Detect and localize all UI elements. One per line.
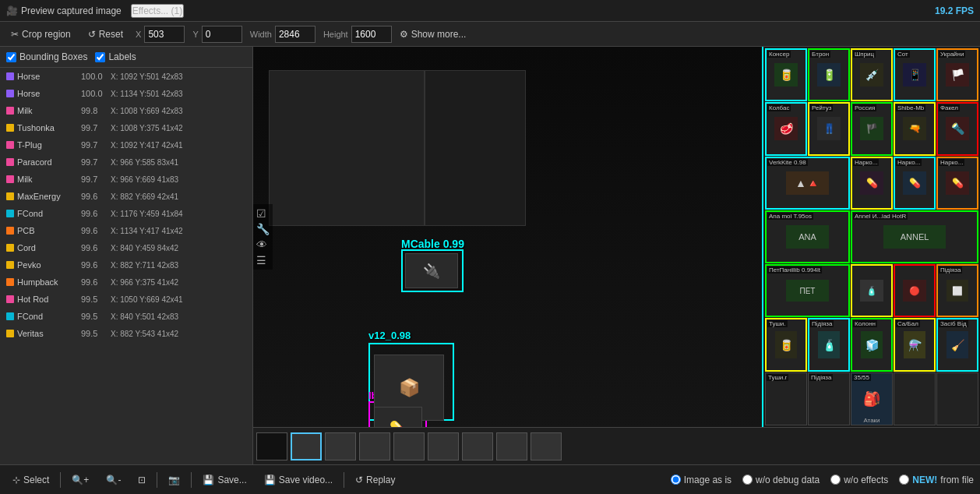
left-icon-bar: ☑ 🔧 👁 ☰ xyxy=(253,204,273,270)
labels-checkbox-label[interactable]: Labels xyxy=(95,51,136,62)
inv-cell: Сот 📱 xyxy=(894,48,936,101)
radio-no-debug[interactable] xyxy=(742,475,753,485)
detection-confidence: 99.6 xyxy=(81,192,108,201)
list-item[interactable]: Hot Rod99.5X: 1050 Y:669 42x41 xyxy=(0,291,252,308)
radio-image-label[interactable]: Image as is xyxy=(671,475,731,485)
inventory-overlay: Консер 🥫 Бтрон 🔋 Шприц 💉 Сот 📱 Украйни xyxy=(762,47,980,427)
list-item[interactable]: FCond99.6X: 1176 Y:459 41x84 xyxy=(0,205,252,222)
detection-confidence: 99.6 xyxy=(81,277,108,287)
save-button[interactable]: 💾 Save... xyxy=(196,471,252,489)
detection-name: Hot Rod xyxy=(17,295,78,304)
bounding-boxes-checkbox-label[interactable]: Bounding Boxes xyxy=(6,51,87,62)
radio-no-debug-text: w/o debug data xyxy=(756,475,820,485)
zoom-in-button[interactable]: 🔍+ xyxy=(65,471,95,489)
gear-icon: ⚙ xyxy=(400,29,408,40)
height-input[interactable] xyxy=(351,26,392,43)
detection-coords: X: 1134 Y:501 42x83 xyxy=(111,90,183,98)
list-item[interactable]: Veritas99.5X: 882 Y:543 41x42 xyxy=(0,325,252,342)
detection-coords: X: 882 Y:543 41x42 xyxy=(111,330,178,338)
detection-color-dot xyxy=(6,175,14,183)
show-more-button[interactable]: ⚙ Show more... xyxy=(400,29,467,40)
crop-region-button[interactable]: ✂ Crop region xyxy=(6,27,76,41)
radio-from-file[interactable] xyxy=(899,475,909,485)
list-item[interactable]: Milk99.7X: 966 Y:669 41x83 xyxy=(0,171,252,188)
detection-color-dot xyxy=(6,158,14,166)
strip-thumb-4[interactable] xyxy=(359,432,390,460)
list-item[interactable]: Milk99.8X: 1008 Y:669 42x83 xyxy=(0,102,252,119)
select-button[interactable]: ⊹ Select xyxy=(6,471,55,489)
strip-thumb-9[interactable] xyxy=(531,432,562,460)
list-item[interactable]: Horse100.0X: 1134 Y:501 42x83 xyxy=(0,85,252,102)
labels-checkbox[interactable] xyxy=(95,52,105,62)
list-item[interactable]: T-Plug99.7X: 1092 Y:417 42x41 xyxy=(0,136,252,153)
list-item[interactable]: Tushonka99.7X: 1008 Y:375 41x42 xyxy=(0,119,252,136)
reset-button[interactable]: ↺ Reset xyxy=(83,27,128,41)
inv-cell xyxy=(936,372,978,425)
strip-thumb-8[interactable] xyxy=(496,432,527,460)
y-input[interactable] xyxy=(202,26,242,43)
replay-button[interactable]: ↺ Replay xyxy=(349,471,401,489)
eye-icon[interactable]: 👁 xyxy=(256,238,270,251)
effects-button[interactable]: Effects... (1) xyxy=(131,4,184,18)
replay-icon: ↺ xyxy=(355,475,363,485)
checkbox-icon[interactable]: ☑ xyxy=(256,207,270,220)
radio-no-effects[interactable] xyxy=(830,475,841,485)
save-video-button[interactable]: 💾 Save video... xyxy=(258,471,339,489)
radio-from-file-label[interactable]: NEW! from file xyxy=(899,475,974,485)
radio-no-debug-label[interactable]: w/o debug data xyxy=(742,475,820,485)
bounding-boxes-checkbox[interactable] xyxy=(6,52,16,62)
inv-cell: Колбас 🥩 xyxy=(765,102,807,155)
image-strip xyxy=(253,427,980,464)
detection-color-dot xyxy=(6,278,14,286)
inv-cell-wide: ПетПанillib 0.994lt ПЕТ xyxy=(765,264,850,317)
reset-icon: ↺ xyxy=(88,29,96,40)
detection-color-dot xyxy=(6,141,14,149)
inv-cell: Туши.г xyxy=(765,372,807,425)
inv-cell-wide: Ana mol T.95os ANA xyxy=(765,210,850,263)
list-item[interactable]: Humpback99.6X: 966 Y:375 41x42 xyxy=(0,273,252,291)
zoom-out-button[interactable]: 🔍- xyxy=(100,471,127,489)
strip-thumb-6[interactable] xyxy=(428,432,459,460)
list-item[interactable]: Horse100.0X: 1092 Y:501 42x83 xyxy=(0,68,252,85)
strip-thumb-3[interactable] xyxy=(325,432,356,460)
detection-name: Milk xyxy=(17,175,78,184)
detection-color-dot xyxy=(6,295,14,303)
width-input[interactable] xyxy=(275,26,316,43)
list-item[interactable]: Cord99.6X: 840 Y:459 84x42 xyxy=(0,239,252,256)
detection-coords: X: 966 Y:585 83x41 xyxy=(111,158,178,167)
list-item[interactable]: FCond99.5X: 840 Y:501 42x83 xyxy=(0,308,252,325)
wrench-icon[interactable]: 🔧 xyxy=(256,223,270,235)
zoom-fit-button[interactable]: ⊡ xyxy=(132,471,152,489)
detection-name: T-Plug xyxy=(17,140,78,150)
save-icon: 💾 xyxy=(203,475,214,485)
detection-coords: X: 1050 Y:669 42x41 xyxy=(111,295,183,304)
strip-thumb-7[interactable] xyxy=(462,432,493,460)
inv-cell: Підiяза xyxy=(808,372,850,425)
list-item[interactable]: MaxEnergy99.6X: 882 Y:669 42x41 xyxy=(0,188,252,205)
strip-thumb-1[interactable] xyxy=(256,432,287,460)
detection-coords: X: 1092 Y:417 42x41 xyxy=(111,141,183,150)
show-more-label: Show more... xyxy=(411,29,467,40)
crop-region-label: Crop region xyxy=(22,29,71,40)
detection-name: FCond xyxy=(17,312,78,321)
list-item[interactable]: Paracord99.7X: 966 Y:585 83x41 xyxy=(0,153,252,171)
radio-image[interactable] xyxy=(671,475,681,485)
x-input[interactable] xyxy=(144,26,185,43)
capture-button[interactable]: 📷 xyxy=(162,471,186,489)
detection-color-dot xyxy=(6,107,14,115)
list-icon[interactable]: ☰ xyxy=(256,254,270,266)
detection-confidence: 99.7 xyxy=(81,175,108,184)
replay-label: Replay xyxy=(366,475,395,485)
list-item[interactable]: Pevko99.6X: 882 Y:711 42x83 xyxy=(0,256,252,273)
zoom-fit-icon: ⊡ xyxy=(138,475,146,485)
detection-name: Tushonka xyxy=(17,123,78,132)
strip-thumb-5[interactable] xyxy=(393,432,425,460)
inv-cell: Шприц 💉 xyxy=(851,48,893,101)
list-item[interactable]: PCB99.6X: 1134 Y:417 41x42 xyxy=(0,222,252,239)
radio-no-effects-label[interactable]: w/o effects xyxy=(830,475,888,485)
fps-counter: 19.2 FPS xyxy=(935,5,974,16)
inv-cell: Засiб Від 🧹 xyxy=(936,318,978,371)
detection-color-dot xyxy=(6,244,14,252)
strip-thumb-2[interactable] xyxy=(291,432,322,460)
inv-cell: Підiяза 🧴 xyxy=(808,318,850,371)
